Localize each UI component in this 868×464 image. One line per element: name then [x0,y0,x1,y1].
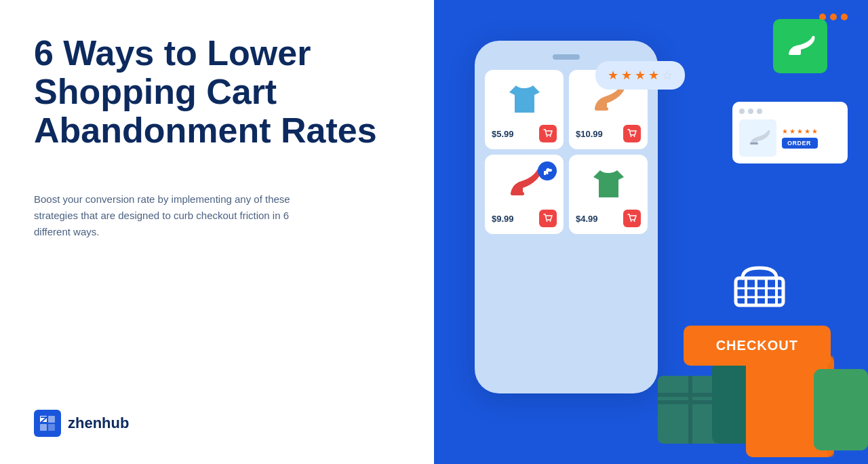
svg-rect-1 [48,416,55,423]
browser-dot-2 [748,109,753,114]
shoe-thumbnail [739,119,776,157]
star-5: ☆ [662,68,673,83]
product-footer-2: $10.99 [576,125,641,142]
order-button[interactable]: ORDER [782,138,818,149]
heel-shoe-icon [782,28,819,65]
product-card-3: $9.99 [485,155,564,234]
cart-icon-4 [627,214,637,223]
svg-point-15 [634,220,635,222]
phone-notch [553,54,580,60]
shoe-card-top [773,19,827,73]
product-price-2: $10.99 [576,129,603,139]
mini-star-2: ★ [789,128,795,135]
cart-icon-1 [543,129,553,138]
svg-point-6 [547,136,548,137]
product-card-1: $5.99 [485,70,564,149]
mini-star-3: ★ [797,128,803,135]
product-card-4: $4.99 [569,155,648,234]
svg-point-7 [550,136,551,137]
tshirt-blue-icon [502,79,547,119]
svg-rect-3 [48,424,55,431]
product-footer-1: $5.99 [492,125,557,142]
product-icon-1 [500,77,548,121]
rating-bubble: ★ ★ ★ ★ ☆ [595,61,685,90]
right-panel: ★ ★ ★ ★ ☆ ★ [434,0,868,464]
left-content: 6 Ways to Lower Shopping Cart Abandonmen… [34,34,400,240]
cart-basket [729,265,790,315]
svg-rect-30 [814,369,868,450]
page-title: 6 Ways to Lower Shopping Cart Abandonmen… [34,34,400,151]
product-price-4: $4.99 [576,214,598,224]
cart-btn-4[interactable] [623,210,641,227]
logo-svg [39,414,56,432]
like-icon [542,166,553,176]
svg-point-12 [547,220,548,222]
mini-star-1: ★ [782,128,788,135]
mini-stars: ★ ★ ★ ★ ★ [782,128,818,135]
product-footer-4: $4.99 [576,210,641,227]
svg-rect-5 [750,142,758,144]
svg-rect-2 [40,424,47,431]
browser-window: ★ ★ ★ ★ ★ ORDER [732,102,848,163]
product-grid: $5.99 [485,70,648,234]
browser-content: ★ ★ ★ ★ ★ ORDER [739,119,841,157]
dot-3 [841,14,848,20]
tshirt-green-icon [587,163,631,204]
page-subtitle: Boost your conversion rate by implementi… [34,191,292,240]
browser-right-content: ★ ★ ★ ★ ★ ORDER [782,128,818,149]
svg-point-13 [550,220,551,222]
browser-dot-3 [757,109,762,114]
star-1: ★ [608,68,618,83]
mini-star-5: ★ [812,128,818,135]
page-container: 6 Ways to Lower Shopping Cart Abandonmen… [0,0,868,464]
product-icon-4 [585,161,632,206]
product-price-1: $5.99 [492,129,514,139]
cart-btn-1[interactable] [539,125,557,142]
logo-text: zhenhub [68,414,129,432]
browser-dot-1 [739,109,745,114]
star-2: ★ [621,68,632,83]
star-3: ★ [635,68,646,83]
basket-icon [729,265,790,312]
dot-2 [830,14,837,20]
product-footer-3: $9.99 [492,210,557,227]
svg-point-10 [634,136,635,137]
like-badge [538,161,557,180]
svg-rect-8 [595,107,608,111]
cart-btn-3[interactable] [539,210,557,227]
svg-point-9 [631,136,632,137]
cart-icon-2 [627,129,637,138]
star-4: ★ [648,68,659,83]
phone: $5.99 [475,41,658,393]
logo: zhenhub [34,410,400,437]
svg-rect-11 [511,192,524,195]
mini-star-4: ★ [804,128,810,135]
svg-point-14 [631,220,632,222]
checkout-button[interactable]: CHECKOUT [684,326,831,366]
cart-icon-3 [543,214,553,223]
shoe-thumb-icon [745,125,772,152]
svg-rect-4 [789,52,801,55]
browser-dots [739,109,841,114]
logo-icon [34,410,61,437]
svg-rect-26 [688,376,692,444]
product-price-3: $9.99 [492,214,514,224]
cart-btn-2[interactable] [623,125,641,142]
left-panel: 6 Ways to Lower Shopping Cart Abandonmen… [0,0,434,464]
